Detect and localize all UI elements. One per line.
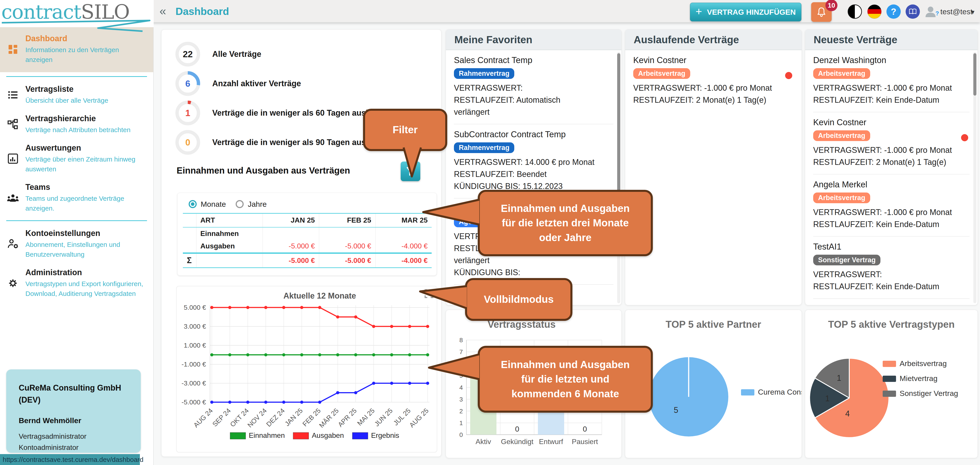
svg-text:3: 3 xyxy=(459,396,463,403)
sidebar-item-vertragshierarchie[interactable]: VertragshierarchieVerträge nach Attribut… xyxy=(0,108,153,138)
contract-list-item[interactable]: Month to Month Rental ContractMietvertra… xyxy=(813,299,969,305)
svg-text:Sonstiger Vertrag: Sonstiger Vertrag xyxy=(900,389,958,398)
avatar-question-hint: ? xyxy=(935,10,939,17)
sidebar-item-desc: Informationen zu den Verträgen anzeigen xyxy=(25,45,147,65)
table-header-cell: MAR 25 xyxy=(375,213,432,227)
fullscreen-expand-icon[interactable] xyxy=(424,288,434,299)
svg-text:Aktiv: Aktiv xyxy=(476,438,491,446)
add-contract-button[interactable]: + VERTRAG HINZUFÜGEN xyxy=(690,3,801,21)
contract-list-item[interactable]: Kevin CostnerArbeitsvertragVERTRAGSWERT:… xyxy=(633,50,794,112)
svg-text:Gekündigt: Gekündigt xyxy=(501,438,533,446)
language-flag-icon[interactable] xyxy=(867,5,881,19)
sidebar-divider xyxy=(6,76,147,77)
radio-unselected-icon xyxy=(235,200,243,208)
chevron-down-icon[interactable]: ▾ xyxy=(971,8,974,16)
contract-list-item[interactable]: Denzel WashingtonArbeitsvertragVERTRAGSW… xyxy=(813,50,969,112)
sidebar-item-label: Administration xyxy=(25,268,147,277)
stat-row[interactable]: 22Alle Verträge xyxy=(174,40,261,68)
contract-detail-line: RESTLAUFZEIT: Kein Ende-Datum xyxy=(813,280,956,293)
svg-text:Pausiert: Pausiert xyxy=(572,438,598,446)
help-icon[interactable]: ? xyxy=(886,5,901,19)
contract-type-badge: Arbeitsvertrag xyxy=(633,68,690,79)
table-sum-row: Σ-5.000 €-5.000 €-4.000 € xyxy=(183,253,432,268)
sidebar-item-kontoeinstellungen[interactable]: KontoeinstellungenAbonnement, Einstellun… xyxy=(0,223,153,263)
table-header-cell: FEB 25 xyxy=(319,213,375,227)
svg-text:4: 4 xyxy=(845,409,850,418)
table-header-cell: JAN 25 xyxy=(262,213,319,227)
contract-list-item[interactable]: Sales Contract TempRahmenvertragVERTRAGS… xyxy=(454,50,613,124)
user-menu[interactable]: test@test xyxy=(940,7,972,16)
contract-list-item[interactable]: TestAI1Sonstiger VertragVERTRAGSWERT:RES… xyxy=(813,237,969,299)
stat-row[interactable]: 1Verträge die in weniger als 60 Tagen au… xyxy=(174,99,390,127)
svg-text:0: 0 xyxy=(185,137,190,147)
sidebar-item-desc: Übersicht über alle Verträge xyxy=(25,96,108,105)
svg-text:1: 1 xyxy=(459,420,463,427)
contractsilo-dashboard: « Dashboard + VERTRAG HINZUFÜGEN 10 ? xyxy=(0,0,980,465)
sidebar-item-dashboard[interactable]: DashboardInformationen zu den Verträgen … xyxy=(0,27,153,72)
logo-swoosh xyxy=(0,19,154,33)
contract-name: Kevin Costner xyxy=(633,56,794,65)
sidebar-item-auswertungen[interactable]: AuswertungenVerträge über einen Zeitraum… xyxy=(0,138,153,177)
svg-text:Entwurf: Entwurf xyxy=(539,438,563,446)
contract-detail-line: VERTRAGSWERT: -1.000 € pro Monat xyxy=(813,206,956,218)
contract-name: SubContractor Contract Temp xyxy=(454,130,613,139)
stat-label: Alle Verträge xyxy=(212,49,261,59)
sidebar-item-desc: Teams und zugeordnete Verträge anzeigen. xyxy=(25,194,147,213)
callout-three-months: Einnahmen und Ausgabenfür die letzten dr… xyxy=(478,190,653,256)
expiring-contracts-panel: Auslaufende Verträge Kevin CostnerArbeit… xyxy=(625,29,802,305)
radio-monate[interactable]: Monate xyxy=(189,200,226,209)
radio-selected-icon xyxy=(189,200,197,208)
sidebar-item-label: Auswertungen xyxy=(25,143,147,153)
app-logo[interactable]: contractSILO xyxy=(0,0,154,27)
radio-jahre[interactable]: Jahre xyxy=(235,200,267,209)
bell-icon xyxy=(816,6,827,18)
sidebar-collapse-icon[interactable]: « xyxy=(159,4,166,18)
callout-fullscreen: Vollbildmodus xyxy=(465,278,573,321)
stat-label: Anzahl aktiver Verträge xyxy=(212,79,301,88)
manual-book-icon[interactable] xyxy=(905,5,920,19)
contract-type-badge: Arbeitsvertrag xyxy=(813,131,870,141)
sidebar-item-label: Teams xyxy=(25,183,147,192)
people-icon xyxy=(7,183,19,213)
stat-row[interactable]: 6Anzahl aktiver Verträge xyxy=(174,70,301,97)
svg-text:6: 6 xyxy=(185,79,190,88)
contract-name: Sales Contract Temp xyxy=(454,56,613,65)
svg-text:JAN 25: JAN 25 xyxy=(283,407,304,428)
svg-text:Curema Consultin: Curema Consultin xyxy=(758,388,802,396)
filter-button[interactable] xyxy=(401,162,420,181)
svg-text:5: 5 xyxy=(459,372,463,379)
contract-name: Kevin Costner xyxy=(813,118,969,127)
stat-row[interactable]: 0Verträge die in weniger als 90 Tagen au… xyxy=(174,129,390,156)
alert-dot-icon xyxy=(785,72,792,79)
dark-mode-toggle-icon[interactable] xyxy=(848,5,862,19)
hierarchy-icon xyxy=(7,114,19,135)
contract-detail-line: VERTRAGSWERT: xyxy=(454,82,597,94)
scrollbar-thumb[interactable] xyxy=(973,53,977,96)
list-icon xyxy=(7,84,19,105)
svg-text:0: 0 xyxy=(459,432,463,438)
svg-text:APR 25: APR 25 xyxy=(337,407,358,428)
user-avatar-icon[interactable]: ? xyxy=(924,5,937,18)
contract-name: TestAI1 xyxy=(813,242,969,252)
top-contract-types-chart-card: TOP 5 aktive Vertragstypen411Arbeitsvert… xyxy=(805,310,978,458)
gear-icon xyxy=(7,268,19,299)
svg-text:TOP 5 aktive Vertragstypen: TOP 5 aktive Vertragstypen xyxy=(828,319,955,330)
svg-text:0: 0 xyxy=(515,425,519,433)
contract-list-item[interactable]: Angela MerkelArbeitsvertragVERTRAGSWERT:… xyxy=(813,174,969,237)
svg-text:AUG 25: AUG 25 xyxy=(408,407,430,429)
svg-text:Arbeitsvertrag: Arbeitsvertrag xyxy=(900,359,947,368)
radio-jahre-label: Jahre xyxy=(248,200,267,209)
plus-icon: + xyxy=(695,5,702,18)
income-expense-table-card: Monate Jahre ARTJAN 25FEB 25MAR 25 Einna… xyxy=(177,193,437,275)
sidebar-item-administration[interactable]: AdministrationVertragstypen und Export k… xyxy=(0,263,153,302)
contract-list-item[interactable]: Kevin CostnerArbeitsvertragVERTRAGSWERT:… xyxy=(813,112,969,174)
radio-monate-label: Monate xyxy=(200,200,226,209)
sidebar-item-vertragsliste[interactable]: VertragslisteÜbersicht über alle Verträg… xyxy=(0,79,153,108)
callout-text: Filter xyxy=(393,123,418,137)
income-expense-table: ARTJAN 25FEB 25MAR 25 EinnahmenAusgaben-… xyxy=(183,213,432,268)
svg-text:Einnahmen: Einnahmen xyxy=(249,432,285,440)
sidebar-item-teams[interactable]: TeamsTeams und zugeordnete Verträge anze… xyxy=(0,177,153,217)
callout-text: oder Jahre xyxy=(539,230,591,245)
contract-list-item[interactable]: SubContractor Contract TempRahmenvertrag… xyxy=(454,124,613,199)
svg-text:MAI 25: MAI 25 xyxy=(356,407,376,427)
